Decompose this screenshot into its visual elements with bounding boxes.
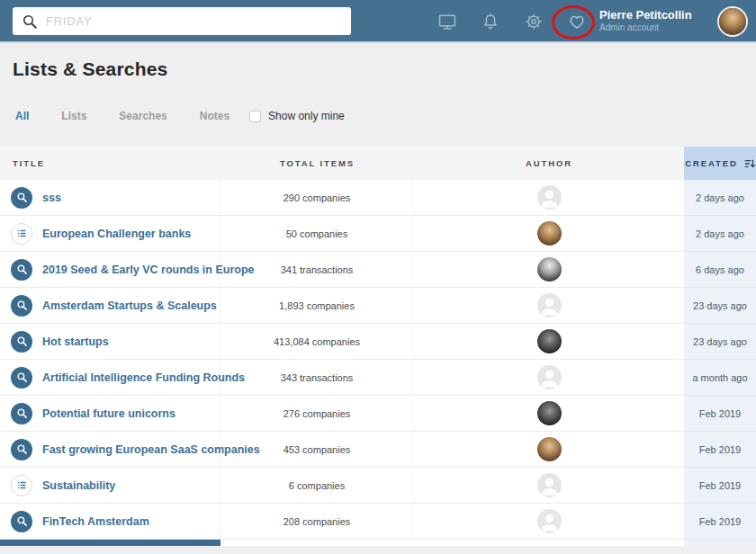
row-total-items: 50 companies	[220, 216, 414, 252]
author-avatar	[537, 509, 562, 533]
row-created: 2 days ago	[684, 180, 756, 216]
table-row[interactable]: Fast growing European SaaS companies 453…	[0, 432, 756, 468]
topbar: Pierre Petitcollin Admin account	[0, 0, 756, 43]
list-icon	[11, 475, 32, 496]
settings-gear-icon[interactable]	[524, 12, 544, 31]
user-name: Pierre Petitcollin	[599, 8, 707, 22]
saved-search-icon	[11, 187, 32, 209]
row-created: a month ago	[684, 360, 756, 396]
favorites-heart-icon[interactable]	[567, 12, 587, 31]
saved-search-icon	[11, 403, 32, 424]
column-header-title: TITLE	[0, 147, 220, 180]
table-body: sss 290 companies 2 days ago	[0, 180, 756, 540]
row-title-link[interactable]: Hot startups	[42, 335, 109, 348]
row-title-link[interactable]: FinTech Amsterdam	[42, 515, 149, 528]
row-title-link[interactable]: Sustainability	[42, 479, 115, 492]
author-avatar	[537, 365, 562, 389]
author-avatar	[537, 401, 562, 425]
table-header: TITLE TOTAL ITEMS AUTHOR CREATED	[0, 147, 756, 180]
saved-search-icon	[11, 439, 32, 460]
row-title-link[interactable]: Potential future unicorns	[42, 407, 176, 420]
table-row[interactable]: Potential future unicorns 276 companies …	[0, 396, 756, 432]
row-created: 2 days ago	[684, 216, 756, 252]
person-silhouette-icon	[537, 293, 562, 317]
show-only-mine-checkbox[interactable]	[249, 111, 261, 122]
author-avatar	[537, 257, 562, 281]
row-total-items: 341 transactions	[220, 252, 414, 288]
topbar-icons	[437, 0, 587, 43]
row-total-items: 6 companies	[220, 468, 414, 504]
column-header-total-items: TOTAL ITEMS	[220, 147, 414, 180]
sort-descending-icon	[744, 158, 755, 169]
saved-search-icon	[11, 367, 32, 389]
row-total-items: 290 companies	[220, 180, 414, 216]
author-avatar	[537, 221, 562, 246]
table-row[interactable]: 2019 Seed & Early VC rounds in Europe 34…	[0, 252, 756, 288]
table-row[interactable]: Artificial Intelligence Funding Rounds 3…	[0, 360, 756, 396]
partial-next-row	[0, 540, 756, 546]
row-title-link[interactable]: Artificial Intelligence Funding Rounds	[42, 371, 245, 384]
person-silhouette-icon	[537, 473, 562, 497]
row-created: Feb 2019	[684, 468, 756, 504]
partial-row-title-cell	[0, 540, 220, 546]
notifications-bell-icon[interactable]	[481, 12, 500, 31]
column-header-author: AUTHOR	[414, 147, 684, 180]
tabs-row: All Lists Searches Notes Show only mine	[0, 110, 756, 122]
saved-search-icon	[11, 511, 32, 532]
table-row[interactable]: FinTech Amsterdam 208 companies Feb 2019	[0, 504, 756, 540]
row-title-link[interactable]: Amsterdam Startups & Scaleups	[42, 299, 217, 312]
tab-notes[interactable]: Notes	[200, 110, 230, 122]
show-only-mine-label: Show only mine	[268, 110, 345, 122]
lists-and-searches-page: Lists & Searches All Lists Searches Note…	[0, 43, 756, 552]
author-avatar	[537, 437, 562, 461]
tab-lists[interactable]: Lists	[61, 110, 86, 122]
author-avatar	[537, 329, 562, 353]
show-only-mine-filter[interactable]: Show only mine	[249, 110, 345, 122]
user-menu[interactable]: Pierre Petitcollin Admin account	[599, 8, 707, 32]
author-avatar	[537, 293, 562, 317]
list-icon	[11, 223, 32, 245]
user-avatar[interactable]	[719, 8, 746, 35]
person-silhouette-icon	[537, 509, 562, 533]
saved-search-icon	[11, 259, 32, 281]
row-created: Feb 2019	[684, 432, 756, 468]
table-row[interactable]: Hot startups 413,084 companies 23 days a…	[0, 324, 756, 360]
row-title-link[interactable]: European Challenger banks	[42, 228, 191, 240]
table-row[interactable]: European Challenger banks 50 companies 2…	[0, 216, 756, 252]
row-total-items: 343 transactions	[220, 360, 414, 396]
person-silhouette-icon	[537, 185, 562, 210]
row-created: Feb 2019	[684, 504, 756, 540]
author-avatar	[537, 185, 562, 210]
tab-searches[interactable]: Searches	[119, 110, 166, 122]
row-created: Feb 2019	[684, 396, 756, 432]
lists-table: TITLE TOTAL ITEMS AUTHOR CREATED	[0, 147, 756, 546]
row-total-items: 1,893 companies	[220, 288, 414, 324]
search-input[interactable]	[46, 14, 334, 28]
author-avatar	[537, 473, 562, 497]
row-created: 23 days ago	[684, 288, 756, 324]
saved-search-icon	[11, 295, 32, 317]
row-total-items: 453 companies	[220, 432, 414, 468]
global-search[interactable]	[13, 7, 351, 35]
row-total-items: 276 companies	[220, 396, 414, 432]
column-header-created[interactable]: CREATED	[684, 147, 756, 180]
row-title-link[interactable]: sss	[42, 192, 61, 204]
table-row[interactable]: sss 290 companies 2 days ago	[0, 180, 756, 216]
person-silhouette-icon	[537, 365, 562, 389]
search-icon	[22, 13, 38, 30]
saved-search-icon	[11, 331, 32, 353]
user-role: Admin account	[599, 22, 707, 32]
row-total-items: 413,084 companies	[220, 324, 414, 360]
row-created: 23 days ago	[684, 324, 756, 360]
row-total-items: 208 companies	[220, 504, 414, 540]
tab-all[interactable]: All	[15, 110, 29, 122]
page-title: Lists & Searches	[0, 43, 756, 80]
table-row[interactable]: Amsterdam Startups & Scaleups 1,893 comp…	[0, 288, 756, 324]
desktop-icon[interactable]	[437, 12, 457, 31]
row-created: 6 days ago	[684, 252, 756, 288]
table-row[interactable]: Sustainability 6 companies Feb 2019	[0, 468, 756, 504]
